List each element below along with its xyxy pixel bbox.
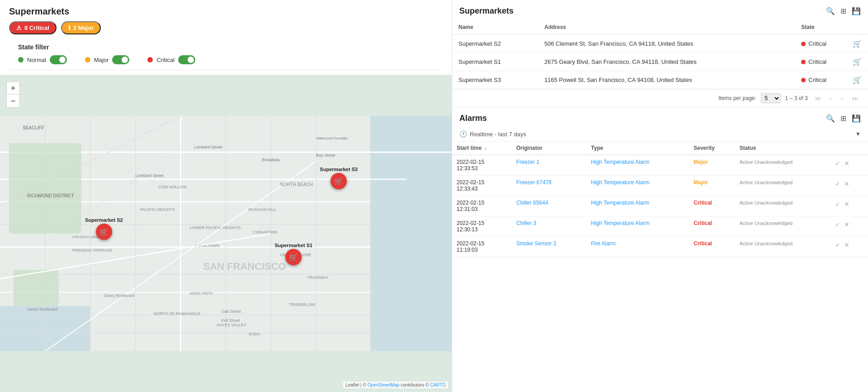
- alarm-type[interactable]: High Temperature Alarm: [586, 176, 689, 196]
- alarm-acknowledge-btn[interactable]: ✓: [834, 159, 841, 168]
- row-action-icon[interactable]: 🛒: [853, 57, 862, 66]
- alarms-table: Start time ↓ Originator Type Severity St…: [452, 142, 868, 257]
- marker-s2[interactable]: Supermarket S2 🛒: [85, 217, 123, 240]
- svg-text:Oak Street: Oak Street: [222, 309, 241, 314]
- table-row[interactable]: Supermarket S3 1165 Powell St, San Franc…: [452, 71, 868, 89]
- alarm-starttime: 2022-02-15 12:30:13: [452, 216, 512, 237]
- supermarkets-search-icon[interactable]: 🔍: [826, 7, 835, 15]
- svg-text:Broadway: Broadway: [262, 158, 280, 162]
- first-page-btn[interactable]: ⏮: [812, 94, 823, 103]
- svg-text:CHINATOWN: CHINATOWN: [253, 230, 278, 234]
- marker-s1[interactable]: Supermarket S1 🛒: [274, 243, 312, 265]
- alarm-dismiss-btn[interactable]: ✕: [843, 159, 850, 168]
- alarms-table-wrap: Start time ↓ Originator Type Severity St…: [452, 142, 868, 392]
- clock-icon: 🕐: [459, 130, 467, 138]
- supermarkets-table: Name Address State Supermarket S2 506 Cl…: [452, 20, 868, 89]
- table-row[interactable]: Supermarket S1 2675 Geary Blvd, San Fran…: [452, 53, 868, 71]
- svg-text:Fell Street: Fell Street: [222, 318, 240, 323]
- filter-row: Normal Major Critical: [18, 55, 434, 64]
- marker-s2-icon: 🛒: [96, 224, 112, 240]
- alarms-grid-icon[interactable]: ⊞: [840, 114, 846, 123]
- alarm-dismiss-btn[interactable]: ✕: [843, 220, 850, 229]
- alarm-type[interactable]: Fire Alarm: [586, 237, 689, 257]
- left-header: Supermarkets ⚠ 8 Critical ℹ 2 Major Stat…: [0, 0, 452, 75]
- supermarkets-section-header: Supermarkets 🔍 ⊞ 💾: [452, 0, 868, 20]
- prev-page-btn[interactable]: ‹: [828, 94, 835, 103]
- marker-s2-label: Supermarket S2: [85, 217, 123, 223]
- alarms-search-icon[interactable]: 🔍: [826, 114, 835, 123]
- alarm-originator[interactable]: Freezer 1: [512, 155, 586, 176]
- last-page-btn[interactable]: ⏭: [850, 94, 861, 103]
- alarm-col-originator: Originator: [512, 142, 586, 155]
- major-dot: [85, 57, 90, 62]
- critical-badge[interactable]: ⚠ 8 Critical: [9, 21, 57, 34]
- alarms-time-label: Realtime - last 7 days: [470, 131, 526, 138]
- major-label: Major: [94, 57, 109, 63]
- alarms-section: Alarms 🔍 ⊞ 💾 🕐 Realtime - last 7 days ▼ …: [452, 107, 868, 392]
- alarm-severity: Major: [689, 176, 735, 196]
- list-item: 2022-02-15 11:19:03 Smoke Sensor 2 Fire …: [452, 237, 868, 257]
- alarm-col-starttime[interactable]: Start time ↓: [452, 142, 512, 155]
- alarm-originator[interactable]: Smoke Sensor 2: [512, 237, 586, 257]
- alarm-type[interactable]: High Temperature Alarm: [586, 155, 689, 176]
- critical-toggle[interactable]: [178, 55, 195, 64]
- alarm-acknowledge-btn[interactable]: ✓: [834, 220, 841, 229]
- major-toggle[interactable]: [112, 55, 129, 64]
- alarm-originator[interactable]: Chiller 3: [512, 216, 586, 237]
- zoom-in-button[interactable]: +: [7, 82, 19, 95]
- alarms-section-header: Alarms 🔍 ⊞ 💾: [452, 107, 868, 128]
- alarms-download-icon[interactable]: 💾: [852, 114, 861, 123]
- supermarkets-download-icon[interactable]: 💾: [852, 7, 861, 15]
- alarm-acknowledge-btn[interactable]: ✓: [834, 179, 841, 188]
- alarm-type[interactable]: High Temperature Alarm: [586, 196, 689, 216]
- alarm-starttime: 2022-02-15 11:19:03: [452, 237, 512, 257]
- svg-text:PACIFIC HEIGHTS: PACIFIC HEIGHTS: [140, 207, 175, 212]
- supermarkets-table-container: Name Address State Supermarket S2 506 Cl…: [452, 20, 868, 89]
- major-badge[interactable]: ℹ 2 Major: [61, 21, 101, 34]
- normal-toggle[interactable]: [50, 55, 67, 64]
- map-svg: SEACLIFF RICHMOND DISTRICT COW HOLLOW PA…: [0, 75, 452, 392]
- alarm-acknowledge-btn[interactable]: ✓: [834, 240, 841, 249]
- map-container[interactable]: SEACLIFF RICHMOND DISTRICT COW HOLLOW PA…: [0, 75, 452, 392]
- osm-link[interactable]: OpenStreetMap: [368, 382, 400, 387]
- alarm-actions: ✓ ✕: [830, 196, 868, 216]
- alarm-actions: ✓ ✕: [830, 155, 868, 176]
- alarm-dismiss-btn[interactable]: ✕: [843, 179, 850, 188]
- table-row[interactable]: Supermarket S2 506 Clement St, San Franc…: [452, 34, 868, 53]
- carto-link[interactable]: CARTO: [430, 382, 446, 387]
- pagination-range: 1 – 3 of 3: [785, 95, 808, 101]
- list-item: 2022-02-15 12:33:53 Freezer 1 High Tempe…: [452, 155, 868, 176]
- svg-rect-1: [370, 116, 452, 351]
- marker-s3[interactable]: Supermarket S3 🛒: [320, 167, 358, 189]
- next-page-btn[interactable]: ›: [839, 94, 845, 103]
- supermarkets-grid-icon[interactable]: ⊞: [840, 7, 846, 15]
- alarm-severity: Major: [689, 155, 735, 176]
- alarm-originator[interactable]: Freezer 67478: [512, 176, 586, 196]
- map-controls: + −: [6, 81, 20, 108]
- supermarkets-icons: 🔍 ⊞ 💾: [826, 7, 861, 15]
- zoom-out-button[interactable]: −: [7, 95, 19, 107]
- alarm-starttime: 2022-02-15 12:31:03: [452, 196, 512, 216]
- major-badge-icon: ℹ: [68, 24, 71, 31]
- svg-text:RICHMOND DISTRICT: RICHMOND DISTRICT: [27, 193, 74, 198]
- alarm-type[interactable]: High Temperature Alarm: [586, 216, 689, 237]
- alarm-originator[interactable]: Chiller 65644: [512, 196, 586, 216]
- alarm-dismiss-btn[interactable]: ✕: [843, 240, 850, 249]
- row-action-icon[interactable]: 🛒: [853, 39, 862, 48]
- alarm-severity: Critical: [689, 237, 735, 257]
- row-action-icon[interactable]: 🛒: [853, 76, 862, 84]
- items-per-page-select[interactable]: 5 10 25: [761, 93, 781, 103]
- row-state: Critical 🛒: [795, 53, 868, 71]
- col-name: Name: [452, 20, 538, 34]
- svg-text:LOWER PACIFIC HEIGHTS: LOWER PACIFIC HEIGHTS: [190, 225, 241, 230]
- critical-dot: [147, 57, 153, 62]
- alarms-expand-icon[interactable]: ▼: [855, 131, 861, 137]
- alarm-acknowledge-btn[interactable]: ✓: [834, 200, 841, 209]
- alarm-severity: Critical: [689, 196, 735, 216]
- alarm-dismiss-btn[interactable]: ✕: [843, 200, 850, 209]
- svg-text:Lombard Street: Lombard Street: [136, 173, 164, 178]
- svg-text:Vallincourt Fountain: Vallincourt Fountain: [316, 136, 348, 140]
- alarm-col-actions: [830, 142, 868, 155]
- alarm-severity: Critical: [689, 216, 735, 237]
- alarms-icons: 🔍 ⊞ 💾: [826, 114, 861, 123]
